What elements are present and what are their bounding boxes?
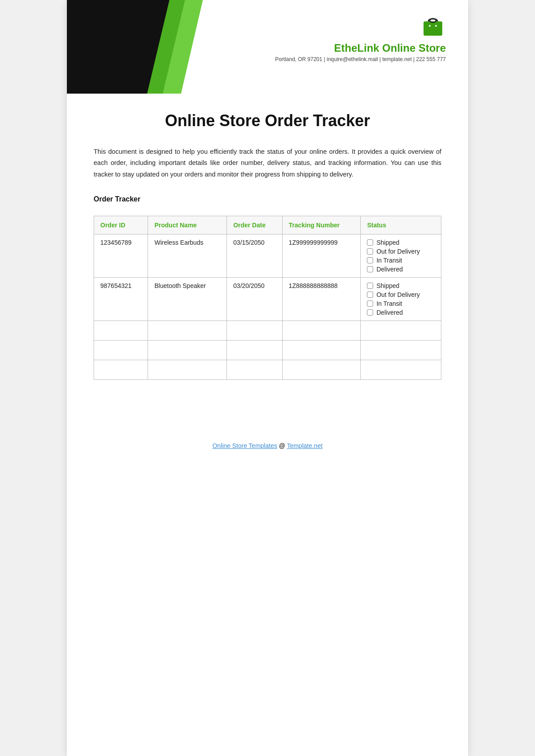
cell-status [361,341,441,360]
cell-product-name: Wireless Earbuds [148,234,227,278]
cell-order-date: 03/20/2050 [227,278,282,321]
cell-order-date [227,341,282,360]
status-option[interactable]: Out for Delivery [367,248,435,255]
checkbox-circle-icon[interactable] [367,266,373,272]
cell-order-id: 123456789 [94,234,148,278]
status-option-label: Out for Delivery [376,291,420,298]
header: EtheLink Online Store Portland, OR 97201… [67,0,468,94]
cell-product-name [148,321,227,341]
table-header-row: Order ID Product Name Order Date Trackin… [94,216,441,234]
order-table: Order ID Product Name Order Date Trackin… [94,216,441,380]
status-option-label: In Transit [376,300,402,307]
checkbox-circle-icon[interactable] [367,292,373,298]
status-options-list: ShippedOut for DeliveryIn TransitDeliver… [367,282,435,316]
status-option[interactable]: Out for Delivery [367,291,435,298]
cell-product-name [148,341,227,360]
footer: Online Store Templates @ Template.net [67,433,468,467]
cell-tracking-number: 1Z888888888888 [282,278,361,321]
svg-rect-0 [424,21,442,36]
status-options-list: ShippedOut for DeliveryIn TransitDeliver… [367,239,435,273]
status-option[interactable]: In Transit [367,300,435,307]
cell-order-date: 03/15/2050 [227,234,282,278]
status-option[interactable]: Delivered [367,266,435,273]
cell-order-date [227,360,282,380]
status-option-label: Delivered [376,266,403,273]
status-option[interactable]: Delivered [367,309,435,316]
company-name: EtheLink Online Store [275,42,446,54]
col-header-tracking-number: Tracking Number [282,216,361,234]
main-content: Online Store Order Tracker This document… [67,94,468,433]
status-option-label: In Transit [376,257,402,264]
cell-order-id [94,321,148,341]
col-header-order-date: Order Date [227,216,282,234]
checkbox-circle-icon[interactable] [367,300,373,307]
cell-product-name [148,360,227,380]
document-title: Online Store Order Tracker [94,111,441,130]
cell-product-name: Bluetooth Speaker [148,278,227,321]
cell-tracking-number [282,321,361,341]
status-option[interactable]: In Transit [367,257,435,264]
cell-order-date [227,321,282,341]
cell-tracking-number [282,341,361,360]
header-right: EtheLink Online Store Portland, OR 97201… [275,12,446,62]
table-row: 123456789Wireless Earbuds03/15/20501Z999… [94,234,441,278]
table-row [94,360,441,380]
col-header-product-name: Product Name [148,216,227,234]
status-option-label: Shipped [376,282,399,289]
cell-status: ShippedOut for DeliveryIn TransitDeliver… [361,278,441,321]
logo-icon-container [275,12,446,38]
col-header-order-id: Order ID [94,216,148,234]
table-row [94,341,441,360]
svg-point-3 [435,25,437,27]
status-option[interactable]: Shipped [367,282,435,289]
cell-status [361,360,441,380]
checkbox-circle-icon[interactable] [367,239,373,246]
svg-rect-1 [430,19,436,22]
page: EtheLink Online Store Portland, OR 97201… [67,0,468,756]
document-description: This document is designed to help you ef… [94,146,441,180]
status-option-label: Delivered [376,309,403,316]
svg-point-2 [429,25,431,27]
company-contact: Portland, OR 97201 | inquire@ethelink.ma… [275,56,446,62]
cell-order-id: 987654321 [94,278,148,321]
status-option-label: Shipped [376,239,399,246]
footer-link-templatenet[interactable]: Template.net [287,442,322,449]
status-option[interactable]: Shipped [367,239,435,246]
cell-order-id [94,341,148,360]
footer-link-templates[interactable]: Online Store Templates [212,442,277,449]
section-title: Order Tracker [94,195,441,203]
shopping-bag-icon [420,12,446,38]
checkbox-circle-icon[interactable] [367,283,373,289]
cell-status [361,321,441,341]
cell-status: ShippedOut for DeliveryIn TransitDeliver… [361,234,441,278]
table-row: 987654321Bluetooth Speaker03/20/20501Z88… [94,278,441,321]
cell-tracking-number [282,360,361,380]
cell-order-id [94,360,148,380]
footer-at: @ [279,442,287,449]
col-header-status: Status [361,216,441,234]
status-option-label: Out for Delivery [376,248,420,255]
cell-tracking-number: 1Z999999999999 [282,234,361,278]
checkbox-circle-icon[interactable] [367,309,373,316]
checkbox-circle-icon[interactable] [367,248,373,255]
checkbox-circle-icon[interactable] [367,257,373,263]
table-row [94,321,441,341]
